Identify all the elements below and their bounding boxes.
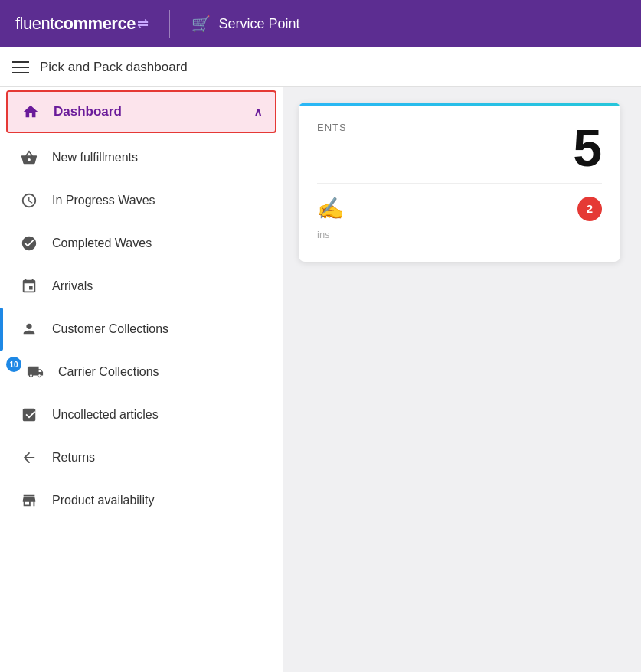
clock-icon [18,190,40,211]
brand-bold: commerce [54,14,136,34]
cart-icon: 🛒 [191,15,211,33]
person-icon [18,318,40,340]
card-header-row: ENTS 5 [317,122,602,174]
brand-normal: fluent [15,14,54,34]
sidebar-item-completed-waves[interactable]: Completed Waves [0,222,283,265]
box-icon [18,404,40,426]
check-circle-icon [18,233,40,254]
topbar-divider [169,10,170,38]
card-divider [317,183,602,184]
topbar: fluentcommerce⇌ 🛒 Service Point [0,0,641,47]
sidebar-item-arrivals[interactable]: Arrivals [0,265,283,308]
carrier-badge: 10 [6,357,21,372]
carrier-collections-label: Carrier Collections [58,365,264,379]
card-body: ENTS 5 ✍ 2 ins [299,106,620,262]
truck-icon [25,361,46,383]
product-availability-label: Product availability [52,494,264,507]
returns-icon [18,447,40,468]
returns-label: Returns [52,451,264,465]
sidebar-item-in-progress-waves[interactable]: In Progress Waves [0,179,283,222]
service-point-nav[interactable]: 🛒 Service Point [191,15,299,33]
chevron-up-icon: ∧ [253,105,263,119]
sidebar-item-dashboard[interactable]: Dashboard ∧ [6,90,276,133]
sidebar-item-product-availability[interactable]: Product availability [0,479,283,522]
in-progress-waves-label: In Progress Waves [52,194,264,207]
dashboard-label: Dashboard [54,104,241,119]
hamburger-line-2 [12,67,29,68]
arrivals-icon [18,276,40,297]
card-count: 5 [573,122,602,174]
arrivals-label: Arrivals [52,279,264,293]
completed-waves-label: Completed Waves [52,237,264,250]
card-action-row[interactable]: ✍ 2 [317,191,602,226]
service-point-label: Service Point [218,16,299,32]
dashboard-card: ENTS 5 ✍ 2 ins [299,103,620,262]
page-title: Pick and Pack dashboard [40,60,188,75]
basket-icon [18,147,40,168]
secondbar: Pick and Pack dashboard [0,47,641,87]
home-icon [20,101,41,122]
hamburger-line-3 [12,72,29,73]
content-area: ENTS 5 ✍ 2 ins [283,87,641,672]
customer-collections-label: Customer Collections [52,322,264,336]
main-layout: Dashboard ∧ New fulfillments In Progress… [0,87,641,672]
brand-arrow: ⇌ [137,15,149,32]
card-subtitle: ins [317,229,602,240]
cursor-icon: ✍ [317,196,344,221]
alert-badge: 2 [577,197,602,221]
card-title: ENTS [317,122,347,133]
sidebar-item-uncollected-articles[interactable]: Uncollected articles [0,393,283,436]
card-title-area: ENTS [317,122,347,136]
new-fulfillments-label: New fulfillments [52,151,264,165]
sidebar-item-customer-collections[interactable]: Customer Collections [0,308,283,351]
sidebar-item-returns[interactable]: Returns [0,436,283,479]
hamburger-line-1 [12,61,29,63]
sidebar-item-new-fulfillments[interactable]: New fulfillments [0,136,283,179]
brand-logo: fluentcommerce⇌ [15,14,148,34]
sidebar-item-carrier-collections[interactable]: 10 Carrier Collections [0,351,283,393]
sidebar: Dashboard ∧ New fulfillments In Progress… [0,87,283,672]
store-icon [18,490,40,511]
hamburger-menu[interactable] [12,61,29,73]
uncollected-articles-label: Uncollected articles [52,408,264,422]
